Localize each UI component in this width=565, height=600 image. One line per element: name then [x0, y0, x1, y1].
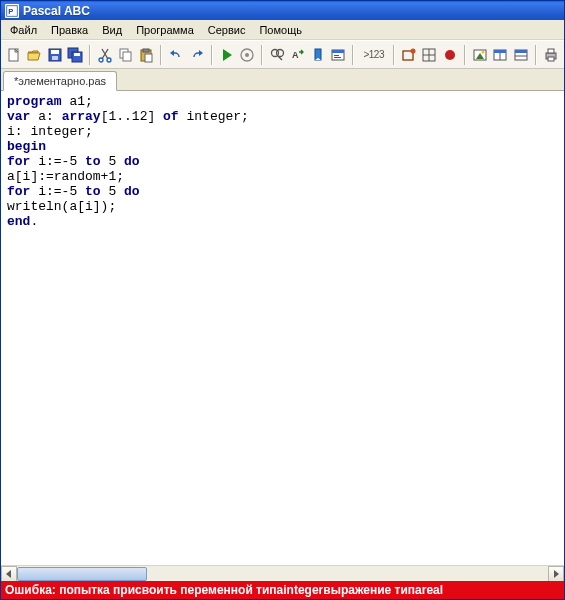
app-icon: P — [5, 4, 19, 18]
scroll-right-button[interactable] — [548, 566, 564, 582]
toolbar-separator — [160, 45, 162, 65]
svg-text:A: A — [292, 50, 299, 60]
svg-marker-19 — [223, 49, 232, 61]
toolbar: A >123 — [1, 40, 564, 69]
svg-point-24 — [277, 49, 284, 56]
window-title: Pascal ABC — [23, 4, 90, 18]
redo-icon[interactable] — [187, 44, 205, 66]
toolbar-separator — [261, 45, 263, 65]
svg-rect-48 — [548, 57, 554, 61]
title-bar: P Pascal ABC — [1, 1, 564, 20]
menu-edit[interactable]: Правка — [44, 22, 95, 38]
svg-rect-30 — [334, 57, 341, 58]
save-all-icon[interactable] — [66, 44, 84, 66]
menu-file[interactable]: Файл — [3, 22, 44, 38]
error-keyword-integer: integer — [283, 583, 323, 597]
tab-file[interactable]: *элементарно.pas — [3, 71, 117, 91]
toolbar-separator — [352, 45, 354, 65]
svg-rect-5 — [51, 50, 59, 54]
cut-icon[interactable] — [96, 44, 114, 66]
paste-icon[interactable] — [137, 44, 155, 66]
evaluate-icon[interactable]: >123 — [359, 44, 388, 66]
error-text-middle: выражение типа — [323, 583, 421, 597]
step-over-icon[interactable] — [400, 44, 418, 66]
toolbar-separator — [464, 45, 466, 65]
svg-marker-17 — [170, 50, 174, 56]
svg-rect-13 — [123, 52, 131, 61]
svg-point-11 — [107, 58, 111, 62]
menu-bar: Файл Правка Вид Программа Сервис Помощь — [1, 20, 564, 40]
svg-point-10 — [99, 58, 103, 62]
code-editor[interactable]: program a1; var a: array[1..12] of integ… — [1, 91, 564, 565]
new-file-icon[interactable] — [5, 44, 23, 66]
output-icon[interactable] — [329, 44, 347, 66]
bookmark-icon[interactable] — [309, 44, 327, 66]
toolbar-separator — [89, 45, 91, 65]
save-icon[interactable] — [46, 44, 64, 66]
tab-bar: *элементарно.pas — [1, 69, 564, 91]
replace-icon[interactable]: A — [289, 44, 307, 66]
open-file-icon[interactable] — [25, 44, 43, 66]
run-icon[interactable] — [218, 44, 236, 66]
svg-rect-29 — [334, 55, 339, 56]
svg-rect-15 — [143, 49, 149, 52]
svg-point-21 — [245, 53, 249, 57]
svg-point-39 — [482, 50, 485, 53]
svg-rect-47 — [548, 49, 554, 53]
menu-program[interactable]: Программа — [129, 22, 201, 38]
svg-point-32 — [411, 48, 416, 53]
print-icon[interactable] — [542, 44, 560, 66]
error-keyword-real: real — [422, 583, 443, 597]
toolbar-separator — [211, 45, 213, 65]
menu-service[interactable]: Сервис — [201, 22, 253, 38]
window2-icon[interactable] — [511, 44, 529, 66]
svg-rect-44 — [515, 50, 527, 53]
find-icon[interactable] — [268, 44, 286, 66]
svg-rect-6 — [52, 56, 58, 60]
horizontal-scrollbar[interactable] — [1, 565, 564, 581]
stop-icon[interactable] — [441, 44, 459, 66]
svg-rect-28 — [332, 50, 344, 53]
svg-text:P: P — [8, 7, 13, 16]
scroll-left-button[interactable] — [1, 566, 17, 582]
scroll-thumb[interactable] — [17, 567, 147, 581]
editor-pane: program a1; var a: array[1..12] of integ… — [1, 91, 564, 581]
svg-marker-18 — [199, 50, 203, 56]
scroll-track[interactable] — [17, 566, 548, 582]
svg-point-36 — [445, 50, 455, 60]
svg-marker-49 — [6, 570, 11, 578]
options-icon[interactable] — [471, 44, 489, 66]
error-text-prefix: Ошибка: попытка присвоить переменной тип… — [5, 583, 283, 597]
window-icon[interactable] — [491, 44, 509, 66]
svg-marker-50 — [554, 570, 559, 578]
svg-rect-41 — [494, 50, 506, 53]
toolbar-separator — [535, 45, 537, 65]
debug-icon[interactable] — [238, 44, 256, 66]
menu-view[interactable]: Вид — [95, 22, 129, 38]
svg-rect-9 — [74, 53, 80, 56]
toolbar-separator — [393, 45, 395, 65]
error-bar: Ошибка: попытка присвоить переменной тип… — [1, 581, 564, 599]
menu-help[interactable]: Помощь — [252, 22, 309, 38]
step-into-icon[interactable] — [420, 44, 438, 66]
copy-icon[interactable] — [116, 44, 134, 66]
svg-rect-16 — [145, 54, 152, 62]
undo-icon[interactable] — [167, 44, 185, 66]
